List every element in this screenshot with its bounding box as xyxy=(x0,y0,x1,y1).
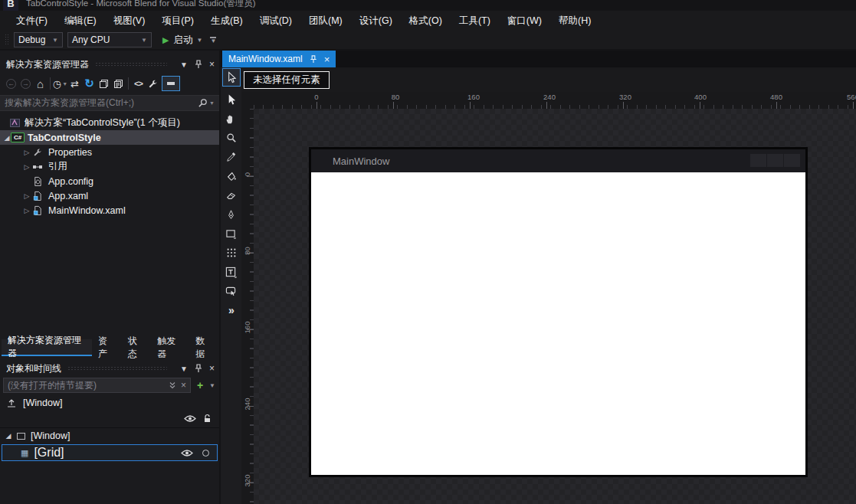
back-icon[interactable]: ← xyxy=(4,76,18,91)
configuration-dropdown[interactable]: Debug ▼ xyxy=(14,32,63,47)
pin-icon[interactable] xyxy=(195,364,202,373)
panel-drag-grip[interactable] xyxy=(95,62,167,67)
grid-element-icon: ▦ xyxy=(21,448,28,458)
lock-icon[interactable] xyxy=(203,414,212,423)
chevron-down-icon[interactable]: ▼ xyxy=(196,37,202,44)
forward-icon[interactable]: → xyxy=(18,76,33,91)
panel-menu-chevron-icon[interactable]: ▼ xyxy=(180,365,188,373)
tree-item-window-node[interactable]: ◢ [Window] xyxy=(0,428,219,443)
tab-solution-explorer[interactable]: 解决方案资源管理器 xyxy=(2,339,92,356)
sync-selection-icon[interactable]: ⇄ xyxy=(67,76,82,91)
tab-triggers[interactable]: 触发器 xyxy=(151,339,189,356)
platform-dropdown[interactable]: Any CPU ▼ xyxy=(67,32,152,47)
collapsed-arrow-icon[interactable]: ▷ xyxy=(23,207,31,214)
scope-up-icon[interactable] xyxy=(6,398,17,408)
text-tool[interactable] xyxy=(222,263,241,281)
panel-drag-grip[interactable] xyxy=(67,366,167,371)
collapsed-arrow-icon[interactable]: ▷ xyxy=(23,149,31,156)
tree-item-label: MainWindow.xaml xyxy=(48,205,126,216)
new-storyboard-button[interactable]: + xyxy=(197,379,203,391)
tree-item-app-xaml[interactable]: ▷ App.xaml xyxy=(0,188,219,203)
search-icon[interactable]: ▼ xyxy=(198,98,215,108)
panel-menu-chevron-icon[interactable]: ▼ xyxy=(180,61,188,69)
eye-icon[interactable] xyxy=(184,414,196,423)
ruler-label: 560 xyxy=(847,93,856,101)
tree-item-properties[interactable]: ▷ Properties xyxy=(0,145,219,159)
controls-tool[interactable] xyxy=(222,282,241,300)
menu-debug[interactable]: 调试(D) xyxy=(251,11,300,31)
collapsed-arrow-icon[interactable]: ▷ xyxy=(23,163,31,171)
tab-states[interactable]: 状态 xyxy=(122,339,152,356)
toolbar-grip[interactable] xyxy=(5,34,10,46)
toolbar-overflow-button[interactable]: ▼ xyxy=(210,37,216,43)
storyboard-picker[interactable]: (没有打开的情节提要) × xyxy=(3,378,191,393)
double-chevron-down-icon[interactable] xyxy=(169,381,176,389)
tree-item-mainwindow-xaml[interactable]: ▷ MainWindow.xaml xyxy=(0,203,219,218)
menu-window[interactable]: 窗口(W) xyxy=(499,11,550,31)
zoom-tool[interactable] xyxy=(222,129,241,147)
eraser-tool[interactable] xyxy=(222,186,241,205)
pen-tool[interactable] xyxy=(222,205,241,224)
eye-icon[interactable] xyxy=(181,449,193,457)
menu-build[interactable]: 生成(B) xyxy=(202,11,251,31)
eyedropper-tool[interactable] xyxy=(222,148,241,166)
assets-chevron-icon[interactable]: » xyxy=(222,301,241,319)
menu-team[interactable]: 团队(M) xyxy=(300,11,351,31)
pin-icon[interactable] xyxy=(195,60,202,69)
design-window-preview[interactable]: MainWindow xyxy=(309,147,808,477)
preview-selected-items-toggle[interactable] xyxy=(162,76,180,91)
menu-design[interactable]: 设计(G) xyxy=(351,11,401,31)
tree-item-label: [Grid] xyxy=(34,446,64,460)
close-storyboard-icon[interactable]: × xyxy=(181,380,186,391)
menu-tools[interactable]: 工具(T) xyxy=(451,11,499,31)
paint-bucket-tool[interactable] xyxy=(222,167,241,185)
tab-assets[interactable]: 资产 xyxy=(92,339,122,356)
grid-layout-tool[interactable] xyxy=(222,244,241,262)
xaml-file-icon xyxy=(31,205,44,215)
tree-item-label: [Window] xyxy=(31,430,70,441)
chevron-down-icon[interactable]: ▼ xyxy=(209,382,215,389)
menu-file[interactable]: 文件(F) xyxy=(8,11,56,31)
collapsed-arrow-icon[interactable]: ▷ xyxy=(23,192,31,200)
rectangle-tool[interactable] xyxy=(222,224,241,243)
close-icon[interactable]: × xyxy=(209,363,215,374)
tree-item-grid-node-selected[interactable]: ▦ [Grid] xyxy=(2,444,218,461)
tab-mainwindow-xaml[interactable]: MainWindow.xaml × xyxy=(222,51,336,67)
view-code-icon[interactable]: <> xyxy=(131,76,146,91)
tree-item-project[interactable]: ◢ C# TabControlStyle xyxy=(0,130,219,145)
show-all-files-icon[interactable] xyxy=(111,76,126,91)
selection-tool-active[interactable] xyxy=(222,68,241,87)
selection-breadcrumb[interactable]: 未选择任何元素 xyxy=(244,71,330,89)
menu-help[interactable]: 帮助(H) xyxy=(550,11,599,31)
expanded-arrow-icon[interactable]: ◢ xyxy=(3,134,11,142)
pending-changes-filter-icon[interactable]: ◷▼ xyxy=(53,76,67,91)
design-surface: » 未选择任何元素 0 80 160 240 320 400 480 560 xyxy=(221,67,856,504)
expanded-arrow-icon[interactable]: ◢ xyxy=(5,432,12,440)
tree-item-app-config[interactable]: App.config xyxy=(0,174,219,188)
pan-tool[interactable] xyxy=(222,110,241,128)
document-area: MainWindow.xaml × xyxy=(221,51,856,504)
tab-data[interactable]: 数据 xyxy=(189,339,219,356)
solution-search-input[interactable]: 搜索解决方案资源管理器(Ctrl+;) ▼ xyxy=(0,95,219,111)
menu-edit[interactable]: 编辑(E) xyxy=(56,11,105,31)
close-icon[interactable]: × xyxy=(324,54,330,65)
menu-view[interactable]: 视图(V) xyxy=(105,11,154,31)
pin-icon[interactable] xyxy=(310,55,317,64)
preview-window-client-area[interactable] xyxy=(311,172,805,475)
close-icon[interactable]: × xyxy=(209,59,215,70)
menu-project[interactable]: 项目(P) xyxy=(153,11,202,31)
start-debug-button[interactable]: 启动 xyxy=(173,34,192,47)
direct-selection-tool[interactable] xyxy=(222,90,241,109)
scope-row[interactable]: [Window] xyxy=(0,394,219,411)
properties-wrench-icon[interactable] xyxy=(146,76,160,91)
storyboard-placeholder: (没有打开的情节提要) xyxy=(8,379,164,392)
tree-item-solution[interactable]: 解决方案“TabControlStyle”(1 个项目) xyxy=(0,116,219,130)
refresh-icon[interactable]: ↻ xyxy=(82,76,97,91)
collapse-all-icon[interactable] xyxy=(97,76,111,91)
menu-format[interactable]: 格式(O) xyxy=(401,11,451,31)
tree-item-references[interactable]: ▷ 引用 xyxy=(0,159,219,174)
tree-item-label: Properties xyxy=(48,147,92,158)
home-icon[interactable]: ⌂ xyxy=(33,76,48,91)
unlocked-indicator-icon[interactable] xyxy=(202,450,209,457)
ruler-label: 0 xyxy=(314,93,318,101)
